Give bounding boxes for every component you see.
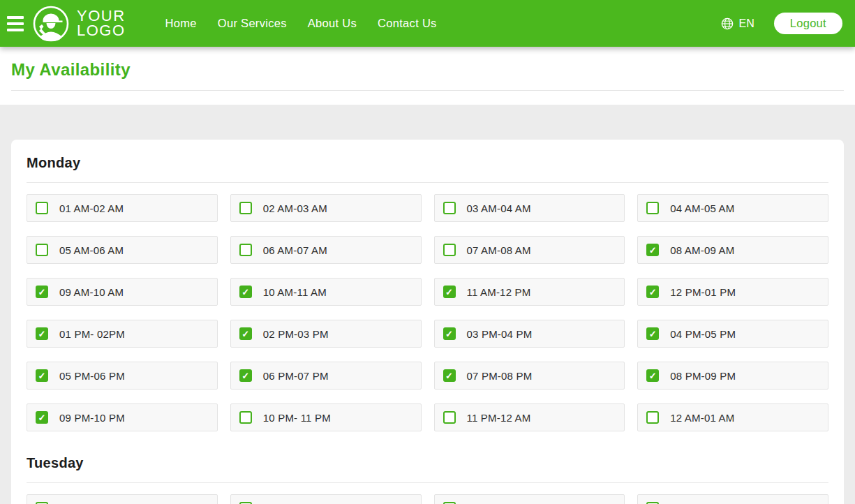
slot-checkbox-icon[interactable]: ✓ [443,411,456,424]
time-slot[interactable]: ✓ 01 AM-02 AM [27,194,218,222]
slot-grid: ✓ 01 AM-02 AM ✓ 02 AM-03 AM ✓ 03 AM-04 A… [27,194,828,431]
slot-checkbox-icon[interactable]: ✓ [443,369,456,382]
slot-checkbox-icon[interactable]: ✓ [646,202,659,214]
time-slot[interactable]: ✓ 02 AM-03 AM [230,194,422,222]
time-slot[interactable]: ✓ 11 PM-12 AM [434,403,625,431]
slot-label: 05 AM-06 AM [59,244,124,256]
slot-checkbox-icon[interactable]: ✓ [646,327,659,340]
time-slot[interactable]: ✓ 10 AM-11 AM [230,278,422,306]
content-area: Monday ✓ 01 AM-02 AM ✓ 02 AM-03 AM ✓ 03 … [0,105,855,504]
time-slot[interactable]: ✓ 12 PM-01 PM [637,278,828,306]
logout-button[interactable]: Logout [774,13,842,34]
time-slot[interactable]: ✓ 03 AM-04 AM [434,494,625,504]
slot-checkbox-icon[interactable]: ✓ [646,286,659,298]
nav-about-us[interactable]: About Us [308,17,357,30]
time-slot[interactable]: ✓ 02 AM-03 AM [230,494,422,504]
day-heading: Tuesday [27,455,828,471]
slot-label: 01 AM-02 AM [59,202,124,214]
slot-label: 07 AM-08 AM [467,244,531,256]
time-slot[interactable]: ✓ 04 AM-05 AM [637,494,828,504]
time-slot[interactable]: ✓ 12 AM-01 AM [637,403,828,431]
time-slot[interactable]: ✓ 06 PM-07 PM [230,362,422,390]
time-slot[interactable]: ✓ 05 PM-06 PM [27,362,218,390]
day-heading: Monday [27,155,828,171]
nav-home[interactable]: Home [165,17,197,30]
title-divider [11,90,844,91]
slot-label: 01 PM- 02PM [59,328,125,340]
slot-checkbox-icon[interactable]: ✓ [443,286,456,298]
slot-label: 10 PM- 11 PM [263,412,331,424]
menu-icon[interactable] [7,16,24,31]
day-section: Monday ✓ 01 AM-02 AM ✓ 02 AM-03 AM ✓ 03 … [27,155,828,431]
slot-label: 03 AM-04 AM [467,202,531,214]
nav-contact-us[interactable]: Contact Us [378,17,437,30]
slot-checkbox-icon[interactable]: ✓ [239,411,252,424]
slot-checkbox-icon[interactable]: ✓ [443,327,456,340]
time-slot[interactable]: ✓ 05 AM-06 AM [27,236,218,264]
slot-label: 03 PM-04 PM [467,328,533,340]
slot-label: 06 AM-07 AM [263,244,327,256]
time-slot[interactable]: ✓ 07 AM-08 AM [434,236,625,264]
slot-checkbox-icon[interactable]: ✓ [239,369,252,382]
slot-label: 09 PM-10 PM [59,412,125,424]
main-nav: Home Our Services About Us Contact Us [165,17,437,30]
slot-label: 09 AM-10 AM [59,286,124,298]
slot-label: 06 PM-07 PM [263,370,329,382]
logo-text: YOUR LOGO [77,9,126,38]
time-slot[interactable]: ✓ 01 AM-02 AM [27,494,218,504]
time-slot[interactable]: ✓ 10 PM- 11 PM [230,403,422,431]
availability-card: Monday ✓ 01 AM-02 AM ✓ 02 AM-03 AM ✓ 03 … [11,140,844,504]
slot-label: 05 PM-06 PM [59,370,125,382]
slot-checkbox-icon[interactable]: ✓ [36,286,48,298]
slot-checkbox-icon[interactable]: ✓ [646,369,659,382]
slot-checkbox-icon[interactable]: ✓ [239,327,252,340]
slot-label: 08 AM-09 AM [670,244,734,256]
logo[interactable]: YOUR LOGO [33,6,126,42]
slot-label: 02 AM-03 AM [263,202,327,214]
time-slot[interactable]: ✓ 06 AM-07 AM [230,236,422,264]
time-slot[interactable]: ✓ 03 PM-04 PM [434,320,625,348]
slot-label: 04 AM-05 AM [670,202,734,214]
slot-label: 12 AM-01 AM [670,412,734,424]
time-slot[interactable]: ✓ 04 PM-05 PM [637,320,828,348]
time-slot[interactable]: ✓ 09 PM-10 PM [27,403,218,431]
slot-grid: ✓ 01 AM-02 AM ✓ 02 AM-03 AM ✓ 03 AM-04 A… [27,494,828,504]
time-slot[interactable]: ✓ 04 AM-05 AM [637,194,828,222]
slot-checkbox-icon[interactable]: ✓ [36,202,48,214]
header: YOUR LOGO Home Our Services About Us Con… [0,0,855,47]
time-slot[interactable]: ✓ 07 PM-08 PM [434,362,625,390]
slot-checkbox-icon[interactable]: ✓ [239,286,252,298]
slot-label: 12 PM-01 PM [670,286,736,298]
slot-checkbox-icon[interactable]: ✓ [646,411,659,424]
page: YOUR LOGO Home Our Services About Us Con… [0,0,855,504]
nav-our-services[interactable]: Our Services [218,17,287,30]
language-selector[interactable]: EN [721,17,754,30]
header-right: EN Logout [721,13,842,34]
slot-label: 10 AM-11 AM [263,286,327,298]
day-divider [27,482,828,483]
day-section: Tuesday ✓ 01 AM-02 AM ✓ 02 AM-03 AM ✓ 03… [27,455,828,504]
slot-checkbox-icon[interactable]: ✓ [36,244,48,256]
time-slot[interactable]: ✓ 08 AM-09 AM [637,236,828,264]
slot-checkbox-icon[interactable]: ✓ [36,327,48,340]
slot-checkbox-icon[interactable]: ✓ [239,202,252,214]
slot-checkbox-icon[interactable]: ✓ [646,244,659,256]
slot-checkbox-icon[interactable]: ✓ [443,244,456,256]
title-section: My Availability [0,47,855,105]
time-slot[interactable]: ✓ 03 AM-04 AM [434,194,625,222]
time-slot[interactable]: ✓ 08 PM-09 PM [637,362,828,390]
slot-checkbox-icon[interactable]: ✓ [239,244,252,256]
mechanic-logo-icon [33,6,69,42]
slot-checkbox-icon[interactable]: ✓ [36,411,48,424]
page-title: My Availability [11,60,844,80]
time-slot[interactable]: ✓ 11 AM-12 PM [434,278,625,306]
slot-checkbox-icon[interactable]: ✓ [36,369,48,382]
globe-icon [721,17,734,30]
time-slot[interactable]: ✓ 01 PM- 02PM [27,320,218,348]
slot-label: 07 PM-08 PM [467,370,533,382]
time-slot[interactable]: ✓ 02 PM-03 PM [230,320,422,348]
slot-label: 08 PM-09 PM [670,370,736,382]
slot-checkbox-icon[interactable]: ✓ [443,202,456,214]
language-label: EN [738,17,754,30]
time-slot[interactable]: ✓ 09 AM-10 AM [27,278,218,306]
